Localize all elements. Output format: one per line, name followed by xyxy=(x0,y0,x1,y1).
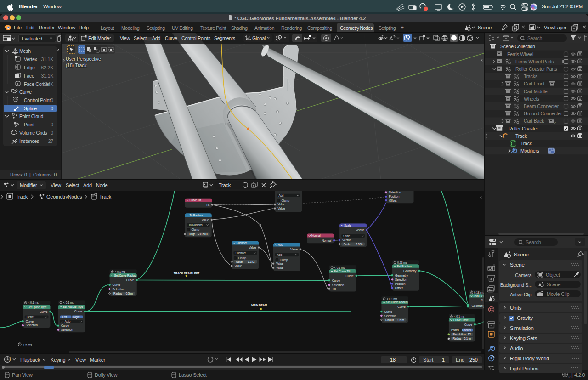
svg-text:Cart Front: Cart Front xyxy=(524,81,545,86)
svg-text:Curve: Curve xyxy=(126,278,135,282)
svg-text:Pan View: Pan View xyxy=(12,372,33,378)
svg-text:Left: Left xyxy=(62,315,67,318)
svg-text:< 0.1 ms: < 0.1 ms xyxy=(334,266,345,269)
svg-text:Offset: Offset xyxy=(389,199,396,202)
svg-text:Curve: Curve xyxy=(397,305,406,308)
svg-text:Curve: Curve xyxy=(464,323,473,326)
svg-text:-38.500: -38.500 xyxy=(198,233,208,236)
svg-text:Normal: Normal xyxy=(311,234,320,237)
svg-text:Selection: Selection xyxy=(26,323,38,327)
svg-text:Tilt: Tilt xyxy=(332,287,336,290)
svg-text:Clamp: Clamp xyxy=(280,258,288,262)
svg-text:Cart Back: Cart Back xyxy=(524,118,544,124)
svg-text:Selection: Selection xyxy=(395,278,407,281)
svg-text:< 0.1 ms: < 0.1 ms xyxy=(63,301,74,304)
svg-text:Scale: Scale xyxy=(344,224,351,227)
svg-text:Set Position: Set Position xyxy=(397,265,412,268)
svg-text:Position: Position xyxy=(395,282,406,285)
svg-text:To Radians: To Radians xyxy=(189,223,203,227)
svg-text:Radius: Radius xyxy=(462,329,471,332)
svg-text:Subtract: Subtract xyxy=(236,241,247,244)
svg-text:Value: Value xyxy=(249,246,256,249)
svg-text:Bézier: Bézier xyxy=(27,315,35,318)
svg-text:Value: Value xyxy=(277,203,285,206)
svg-text:Add: Add xyxy=(278,243,283,246)
svg-text:Normal: Normal xyxy=(322,239,331,242)
svg-text:|: | xyxy=(571,372,573,378)
svg-text:Beam Connecter: Beam Connecter xyxy=(524,103,559,109)
svg-text:Track: Track xyxy=(16,194,28,199)
svg-text:Lasso Select: Lasso Select xyxy=(179,372,207,378)
svg-text:Curve: Curve xyxy=(345,274,354,278)
svg-text:Set Curve Radius: Set Curve Radius xyxy=(114,274,136,277)
svg-text:Curve: Curve xyxy=(26,320,34,323)
svg-text:Selection: Selection xyxy=(113,288,125,291)
svg-text:< 0.1 ms: < 0.1 ms xyxy=(386,297,397,301)
svg-text:0.1 m: 0.1 m xyxy=(464,337,471,340)
svg-text:Set Curve Radius: Set Curve Radius xyxy=(386,301,407,304)
svg-text:Scale: Scale xyxy=(343,234,351,238)
svg-text:< 0.1 ms: < 0.1 ms xyxy=(454,315,464,318)
svg-text:Value: Value xyxy=(236,260,243,263)
svg-text:3.142: 3.142 xyxy=(248,260,255,263)
svg-text:Points: Points xyxy=(451,329,459,332)
svg-text:Clamp: Clamp xyxy=(281,199,289,203)
svg-text:MAIN BEAM: MAIN BEAM xyxy=(251,303,267,306)
svg-text:2: 2 xyxy=(554,121,556,125)
svg-text:Cart Middle: Cart Middle xyxy=(524,89,548,94)
svg-text:2: 2 xyxy=(568,375,571,379)
svg-text:Value: Value xyxy=(276,266,283,269)
svg-text:Roller Coaster: Roller Coaster xyxy=(509,126,538,131)
svg-text:32: 32 xyxy=(468,333,471,336)
svg-text:Track: Track xyxy=(520,141,532,146)
svg-text:Scale: Scale xyxy=(344,243,351,246)
svg-text:Roller Coaster Parts: Roller Coaster Parts xyxy=(515,66,557,72)
svg-text:Geometry: Geometry xyxy=(403,269,417,273)
svg-text:Curve: Curve xyxy=(113,283,121,286)
svg-text:Resolution: Resolution xyxy=(452,333,466,336)
svg-text:Vector: Vector xyxy=(342,238,351,242)
svg-text:Radius: Radius xyxy=(113,292,122,295)
svg-text:Tracks: Tracks xyxy=(524,74,537,79)
svg-text:Curve: Curve xyxy=(40,310,48,313)
svg-text:Offset: Offset xyxy=(395,286,403,289)
svg-text:Track: Track xyxy=(515,133,527,139)
svg-text:4.2.0: 4.2.0 xyxy=(574,372,585,378)
svg-text:Subtract: Subtract xyxy=(235,251,246,255)
svg-text:Right: Right xyxy=(73,315,79,319)
svg-text:Set Curve Tilt: Set Curve Tilt xyxy=(334,270,351,273)
svg-text:Radius: Radius xyxy=(452,337,461,340)
svg-text:Value: Value xyxy=(276,262,283,265)
svg-text:Selection: Selection xyxy=(61,328,74,331)
svg-text:Curve: Curve xyxy=(384,310,392,313)
svg-text:Radius: Radius xyxy=(385,318,394,322)
svg-text:Search: Search xyxy=(527,35,542,41)
svg-text:Curve: Curve xyxy=(332,279,340,282)
svg-text:To Radians: To Radians xyxy=(190,214,204,217)
svg-text:Selection: Selection xyxy=(389,191,401,194)
svg-text:1.6 m: 1.6 m xyxy=(397,318,404,322)
svg-text:Modifiers: Modifiers xyxy=(520,148,539,153)
svg-text:Add: Add xyxy=(278,194,283,197)
svg-text:1.5 ms: 1.5 ms xyxy=(23,343,32,346)
svg-text:Position: Position xyxy=(389,195,399,198)
svg-text:Value: Value xyxy=(277,207,285,210)
svg-text:Value: Value xyxy=(290,248,298,251)
svg-text:Set Spline Type: Set Spline Type xyxy=(28,306,47,309)
svg-text:Wheels: Wheels xyxy=(524,96,539,102)
svg-text:Set Handle Type: Set Handle Type xyxy=(63,305,84,309)
svg-text:Add: Add xyxy=(277,253,282,256)
svg-text:Degr...: Degr... xyxy=(189,233,197,236)
svg-text:Vector: Vector xyxy=(356,228,364,232)
svg-text:Dolly View: Dolly View xyxy=(95,372,117,378)
svg-text:Ground Connecter: Ground Connecter xyxy=(524,111,562,116)
svg-text:Clamp: Clamp xyxy=(192,228,200,232)
svg-text:Selection: Selection xyxy=(332,284,345,287)
svg-text:Curve: Curve xyxy=(61,324,69,327)
svg-text:Tilt: Tilt xyxy=(206,203,209,206)
svg-text:Curve: Curve xyxy=(74,310,83,313)
svg-text:Geometry: Geometry xyxy=(395,274,408,278)
svg-text:0.23 ms: 0.23 ms xyxy=(397,261,407,264)
svg-text:GeometryNodes: GeometryNodes xyxy=(46,194,82,199)
svg-text:Scene Collection: Scene Collection xyxy=(500,44,535,49)
